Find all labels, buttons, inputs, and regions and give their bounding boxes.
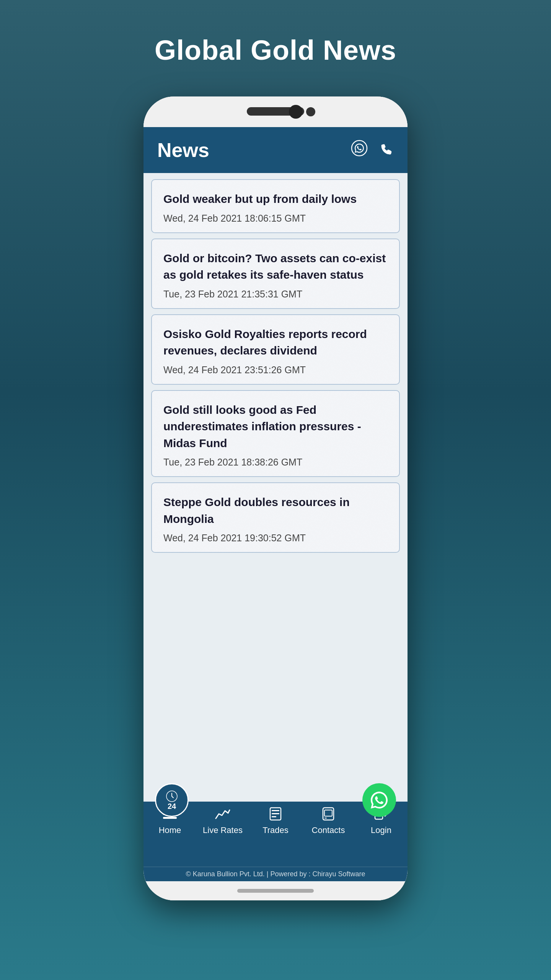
front-camera	[289, 105, 303, 119]
news-card-1[interactable]: Gold weaker but up from daily lows Wed, …	[151, 179, 400, 233]
news-title-4: Gold still looks good as Fed underestima…	[163, 402, 388, 452]
nav-trades-label: Trades	[262, 825, 289, 835]
page-title: Global Gold News	[155, 34, 396, 66]
news-card-3[interactable]: Osisko Gold Royalties reports record rev…	[151, 314, 400, 385]
header-title: News	[157, 139, 209, 162]
nav-login-label: Login	[371, 825, 391, 835]
news-list: Gold weaker but up from daily lows Wed, …	[143, 173, 408, 802]
nav-item-trades[interactable]: Trades	[249, 807, 302, 835]
support-24h-button[interactable]: 24	[155, 783, 189, 817]
news-card-4[interactable]: Gold still looks good as Fed underestima…	[151, 390, 400, 477]
svg-rect-8	[272, 816, 276, 817]
news-title-3: Osisko Gold Royalties reports record rev…	[163, 326, 388, 359]
news-title-2: Gold or bitcoin? Two assets can co-exist…	[163, 250, 388, 283]
whatsapp-float-button[interactable]	[362, 783, 396, 817]
phone-bottom-bar	[143, 881, 408, 900]
news-date-5: Wed, 24 Feb 2021 19:30:52 GMT	[163, 532, 388, 544]
footer-text: © Karuna Bullion Pvt. Ltd. | Powered by …	[186, 870, 365, 878]
whatsapp-header-icon[interactable]	[351, 140, 368, 160]
nav-item-contacts[interactable]: Contacts	[302, 807, 355, 835]
news-date-4: Tue, 23 Feb 2021 18:38:26 GMT	[163, 457, 388, 468]
nav-contacts-label: Contacts	[312, 825, 345, 835]
app-footer: © Karuna Bullion Pvt. Ltd. | Powered by …	[143, 867, 408, 881]
app-screen: News G	[143, 127, 408, 881]
app-header: News	[143, 127, 408, 173]
phone-header-icon[interactable]	[377, 140, 394, 160]
news-title-1: Gold weaker but up from daily lows	[163, 191, 388, 207]
nav-home-label: Home	[159, 825, 181, 835]
news-card-2[interactable]: Gold or bitcoin? Two assets can co-exist…	[151, 238, 400, 309]
svg-rect-11	[324, 818, 327, 818]
front-camera-secondary	[306, 107, 315, 116]
news-date-1: Wed, 24 Feb 2021 18:06:15 GMT	[163, 213, 388, 224]
phone-home-indicator	[237, 889, 314, 893]
nav-item-live-rates[interactable]: Live Rates	[196, 807, 249, 835]
svg-rect-10	[324, 810, 332, 816]
nav-live-rates-label: Live Rates	[203, 825, 243, 835]
contacts-icon	[322, 807, 334, 823]
phone-frame: News G	[143, 96, 408, 900]
svg-rect-4	[163, 817, 177, 819]
trades-icon	[269, 807, 282, 823]
live-rates-icon	[215, 807, 230, 823]
phone-notch	[143, 96, 408, 127]
news-date-2: Tue, 23 Feb 2021 21:35:31 GMT	[163, 289, 388, 300]
svg-point-0	[352, 140, 367, 156]
svg-rect-6	[272, 810, 279, 811]
news-card-5[interactable]: Steppe Gold doubles resources in Mongoli…	[151, 482, 400, 553]
svg-rect-7	[272, 813, 279, 814]
support-24h-label: 24	[168, 802, 176, 810]
news-date-3: Wed, 24 Feb 2021 23:51:26 GMT	[163, 364, 388, 376]
news-title-5: Steppe Gold doubles resources in Mongoli…	[163, 494, 388, 527]
header-actions	[351, 140, 394, 160]
